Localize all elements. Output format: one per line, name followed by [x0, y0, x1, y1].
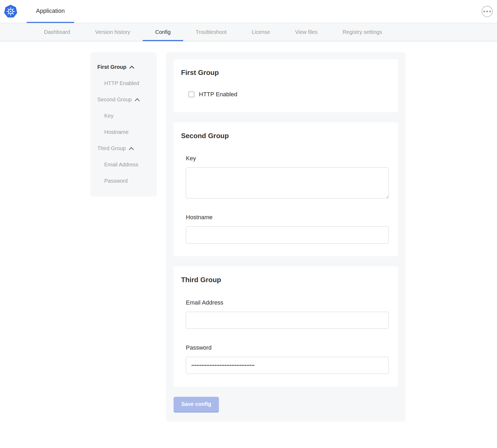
email-address-input[interactable]	[186, 312, 389, 329]
sidebar-label: Second Group	[97, 97, 132, 102]
sidebar-label: Password	[104, 178, 128, 184]
field-label: Hostname	[186, 214, 388, 221]
password-input[interactable]	[186, 357, 389, 374]
subnav-tab-version-history[interactable]: Version history	[83, 23, 143, 41]
field-email-address: Email Address	[186, 299, 388, 329]
sidebar-item-http-enabled[interactable]: HTTP Enabled	[97, 80, 152, 86]
content: First GroupHTTP EnabledSecond GroupKeyHo…	[0, 41, 497, 422]
group-title: Second Group	[181, 132, 388, 140]
field-hostname: Hostname	[186, 214, 388, 243]
sidebar-label: Email Address	[104, 162, 138, 167]
sidebar-label: First Group	[97, 64, 126, 70]
hostname-input[interactable]	[186, 226, 389, 243]
ellipsis-icon	[483, 11, 485, 12]
subnav-tab-registry-settings[interactable]: Registry settings	[330, 23, 395, 41]
config-group-card-second-group: Second GroupKeyHostname	[174, 122, 398, 257]
chevron-up-icon	[135, 98, 140, 101]
group-title: First Group	[181, 69, 388, 77]
config-cards: First GroupHTTP EnabledSecond GroupKeyHo…	[174, 59, 398, 387]
subnav-tab-view-files[interactable]: View files	[283, 23, 330, 41]
subnav-tab-troubleshoot[interactable]: Troubleshoot	[183, 23, 239, 41]
sidebar-group-third-group[interactable]: Third Group	[97, 145, 152, 151]
subnav-tab-config[interactable]: Config	[143, 23, 183, 41]
subnav-tab-license[interactable]: License	[239, 23, 283, 41]
sidebar-item-key[interactable]: Key	[97, 113, 152, 119]
kubernetes-logo-icon	[4, 5, 17, 18]
tab-application-label: Application	[36, 7, 65, 14]
checkbox-label: HTTP Enabled	[199, 91, 237, 98]
sidebar-label: Key	[104, 113, 113, 119]
sidebar-item-hostname[interactable]: Hostname	[97, 129, 152, 135]
sidebar-group-second-group[interactable]: Second Group	[97, 97, 152, 102]
field-label: Email Address	[186, 299, 388, 306]
group-title: Third Group	[181, 276, 388, 284]
config-area: First GroupHTTP EnabledSecond GroupKeyHo…	[166, 52, 406, 422]
sidebar-label: Third Group	[97, 145, 126, 151]
page: Application DashboardVersion historyConf…	[0, 0, 497, 422]
sidebar-item-email-address[interactable]: Email Address	[97, 162, 152, 167]
field-password: Password	[186, 344, 388, 374]
chevron-up-icon	[129, 66, 134, 69]
app-header: Application	[0, 0, 497, 23]
sidebar-item-password[interactable]: Password	[97, 178, 152, 184]
sidebar-label: HTTP Enabled	[104, 80, 139, 86]
subnav-tab-dashboard[interactable]: Dashboard	[31, 23, 83, 41]
field-label: Password	[186, 344, 388, 351]
config-group-card-first-group: First GroupHTTP Enabled	[174, 59, 398, 112]
chevron-up-icon	[129, 147, 134, 150]
checkbox-field-http-enabled: HTTP Enabled	[189, 91, 237, 98]
http-enabled-checkbox[interactable]	[189, 91, 194, 97]
overflow-menu-button[interactable]	[482, 6, 493, 17]
config-group-card-third-group: Third GroupEmail AddressPassword	[174, 266, 398, 387]
field-label: Key	[186, 155, 388, 162]
key-textarea[interactable]	[186, 167, 389, 198]
config-sidebar: First GroupHTTP EnabledSecond GroupKeyHo…	[90, 52, 157, 197]
sidebar-label: Hostname	[104, 129, 129, 135]
sidebar-group-first-group[interactable]: First Group	[97, 64, 152, 70]
field-key: Key	[186, 155, 388, 198]
tab-application[interactable]: Application	[27, 0, 74, 23]
subnav: DashboardVersion historyConfigTroublesho…	[0, 23, 497, 41]
save-config-button[interactable]: Save config	[174, 397, 219, 412]
